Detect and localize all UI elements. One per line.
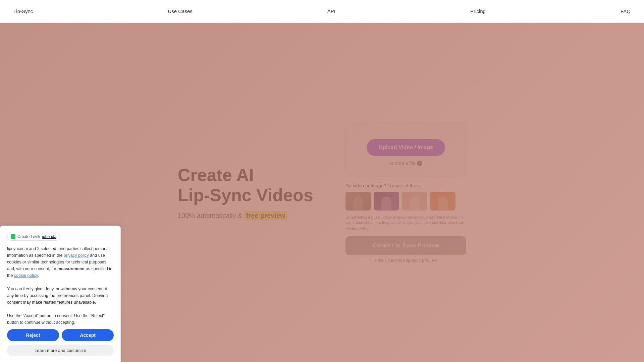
cookie-line2: You can freely give, deny, or withdraw y… — [7, 287, 108, 305]
privacy-policy-link[interactable]: privacy policy — [64, 253, 89, 258]
iubenda-link[interactable]: iubenda — [42, 234, 56, 239]
cookie-body-text: lipsyncer.ai and 2 selected third partie… — [7, 245, 114, 326]
cookie-action-buttons: Reject Accept — [7, 329, 114, 341]
cookie-body4: . — [38, 273, 39, 278]
nav-link-faq[interactable]: FAQ — [621, 8, 631, 14]
sample-images — [345, 192, 466, 210]
nav-left: lipsyncer.ai Lip-Sync Use Cases API Pric… — [13, 6, 60, 17]
iubenda-icon — [11, 234, 15, 239]
person-silhouette-4 — [430, 192, 455, 210]
reject-button[interactable]: Reject — [7, 329, 59, 341]
measurement-text: measurement — [57, 266, 85, 271]
accept-button[interactable]: Accept — [62, 329, 114, 341]
hero-section: Create AI Lip-Sync Videos 100% automatic… — [87, 102, 557, 283]
cookie-created-badge: Created with iubenda — [7, 233, 60, 241]
customize-button[interactable]: Learn more and customize — [7, 345, 114, 356]
nav-link-lipsync[interactable]: Lip-Sync — [13, 8, 33, 14]
navbar: lipsyncer.ai Lip-Sync Use Cases API Pric… — [0, 0, 644, 23]
cookie-banner: Created with iubenda lipsyncer.ai and 2 … — [0, 226, 121, 362]
cookie-line3: Use the "Accept" button to consent. Use … — [7, 313, 105, 325]
nav-link-pricing[interactable]: Pricing — [470, 8, 486, 14]
sample-image-4[interactable] — [430, 192, 455, 210]
nav-link-api[interactable]: API — [327, 8, 335, 14]
nav-link-usecases[interactable]: Use Cases — [168, 8, 192, 14]
person-shape-4 — [438, 196, 448, 210]
created-with-text: Created with — [17, 234, 40, 239]
nav-links: Lip-Sync Use Cases API Pricing FAQ — [0, 0, 644, 23]
hero-right: Upload Video / Image or drop a file i No… — [345, 122, 466, 263]
cookie-policy-link[interactable]: cookie policy — [14, 273, 38, 278]
